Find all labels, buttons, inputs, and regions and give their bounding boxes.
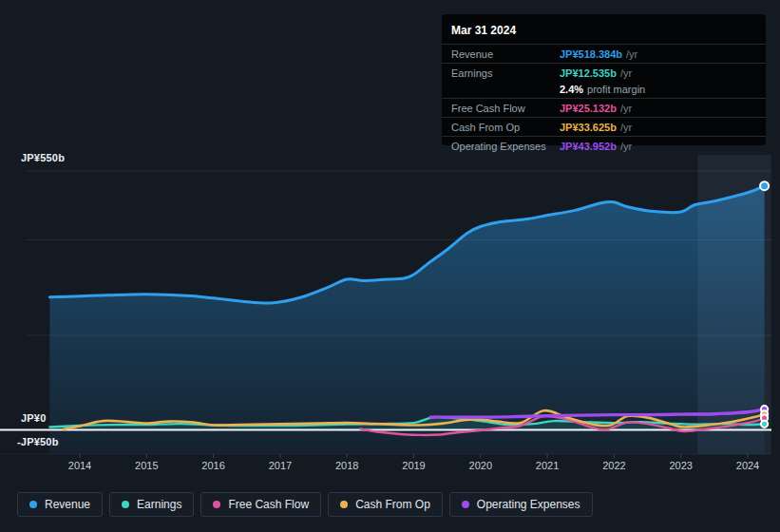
divider xyxy=(442,44,766,45)
x-tick-2019: 2019 xyxy=(402,460,425,471)
row-value: JP¥12.535b xyxy=(560,67,617,79)
row-suffix: /yr xyxy=(620,103,632,114)
earnings-endpoint-marker xyxy=(761,421,768,428)
y-axis-label-zero: JP¥0 xyxy=(21,412,47,424)
legend-label: Cash From Op xyxy=(355,498,430,511)
operating-expenses-dot-icon xyxy=(462,501,469,508)
row-suffix: /yr xyxy=(620,141,632,152)
x-tick-2014: 2014 xyxy=(68,460,91,471)
row-value: JP¥43.952b xyxy=(560,141,617,152)
legend-label: Free Cash Flow xyxy=(228,498,309,511)
divider xyxy=(442,98,766,99)
legend-label: Operating Expenses xyxy=(477,498,580,511)
x-tick-2018: 2018 xyxy=(335,460,358,471)
row-label: Operating Expenses xyxy=(451,141,560,152)
row-suffix: /yr xyxy=(620,122,632,133)
divider xyxy=(442,117,766,118)
row-suffix: /yr xyxy=(620,67,632,79)
divider xyxy=(442,63,766,64)
row-label: Free Cash Flow xyxy=(451,103,560,114)
row-suffix: /yr xyxy=(626,48,637,60)
legend-label: Revenue xyxy=(45,498,90,511)
free-cash-flow-dot-icon xyxy=(213,501,220,508)
tooltip-row-free-cash-flow: Free Cash Flow JP¥25.132b /yr xyxy=(451,100,756,116)
legend-item-cash-from-op[interactable]: Cash From Op xyxy=(328,492,443,517)
profit-margin-label: profit margin xyxy=(587,84,645,95)
tooltip-row-operating-expenses: Operating Expenses JP¥43.952b /yr xyxy=(451,138,756,154)
profit-margin-value: 2.4% xyxy=(560,84,583,95)
row-value: JP¥33.625b xyxy=(560,122,617,133)
cash-from-op-dot-icon xyxy=(340,501,348,508)
x-tick-2023: 2023 xyxy=(669,460,692,471)
x-tick-2020: 2020 xyxy=(469,460,492,471)
tooltip-row-cash-from-op: Cash From Op JP¥33.625b /yr xyxy=(451,119,756,135)
earnings-dot-icon xyxy=(122,501,129,508)
revenue-endpoint-marker xyxy=(760,181,769,190)
legend-item-free-cash-flow[interactable]: Free Cash Flow xyxy=(200,492,321,517)
tooltip-date: Mar 31 2024 xyxy=(451,21,756,43)
y-axis-label-top: JP¥550b xyxy=(21,152,65,163)
tooltip-row-revenue: Revenue JP¥518.384b /yr xyxy=(451,46,756,62)
x-tick-2021: 2021 xyxy=(536,460,559,471)
row-label: Cash From Op xyxy=(451,122,560,133)
x-tick-2016: 2016 xyxy=(201,460,224,471)
revenue-dot-icon xyxy=(29,501,37,508)
x-axis: 2014 2015 2016 2017 2018 2019 2020 2021 … xyxy=(0,460,780,473)
legend-item-earnings[interactable]: Earnings xyxy=(109,492,194,517)
legend-item-operating-expenses[interactable]: Operating Expenses xyxy=(449,492,593,517)
x-tick-2015: 2015 xyxy=(135,460,158,471)
x-tick-2022: 2022 xyxy=(602,460,625,471)
y-axis-label-negative: -JP¥50b xyxy=(17,436,59,447)
tooltip-row-earnings: Earnings JP¥12.535b /yr xyxy=(451,65,756,81)
legend-label: Earnings xyxy=(137,498,181,511)
chart-legend: Revenue Earnings Free Cash Flow Cash Fro… xyxy=(17,492,593,517)
row-label: Earnings xyxy=(451,67,560,79)
row-value: JP¥25.132b xyxy=(560,103,617,114)
financials-chart-panel: JP¥550b JP¥0 -JP¥50b 2014 2015 2016 2017… xyxy=(0,0,780,532)
x-tick-2017: 2017 xyxy=(269,460,292,471)
hover-tooltip: Mar 31 2024 Revenue JP¥518.384b /yr Earn… xyxy=(442,14,766,145)
row-label: Revenue xyxy=(451,48,560,60)
tooltip-row-profit-margin: 2.4% profit margin xyxy=(451,81,756,97)
row-value: JP¥518.384b xyxy=(560,48,622,60)
divider xyxy=(442,136,766,137)
x-tick-2024: 2024 xyxy=(736,460,759,471)
legend-item-revenue[interactable]: Revenue xyxy=(17,492,103,517)
